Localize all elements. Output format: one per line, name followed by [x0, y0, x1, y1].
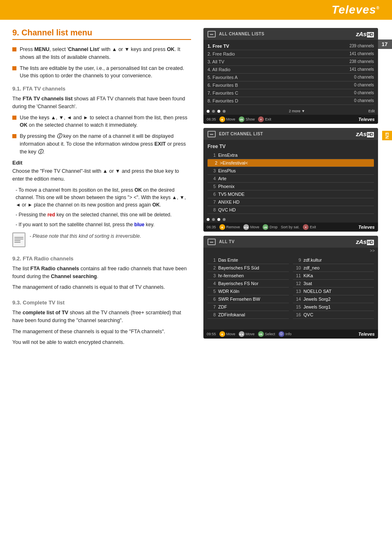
- panel1-dots-row: [207, 110, 226, 113]
- panel1-footer: 06:35 ⊕ Move ok Show × Exit Televes: [203, 115, 378, 124]
- panel1-show-btn: ok Show: [239, 116, 255, 122]
- panel1-header: ▬ ALL CHANNEL LISTS zAsHD: [203, 28, 378, 40]
- p3-r16: 16QVC: [293, 311, 374, 319]
- panel1-exit-label: Exit: [265, 117, 271, 121]
- p3-r13: 13NOELLO SAT: [293, 288, 374, 295]
- panel2-drop-label: Drop: [270, 225, 278, 229]
- panel3-info-btn: ⓘ Info: [279, 331, 292, 337]
- sub91-body: The FTA TV channels list shows all FTA T…: [12, 95, 191, 111]
- panel2-exit-btn: × Exit: [303, 224, 316, 230]
- bullet-icon-4: [12, 134, 16, 138]
- panel3-info-label: Info: [286, 332, 292, 336]
- note-text: - Please note that this kind of sorting …: [30, 232, 141, 240]
- p3-r4: 4Bayerisches FS Nor: [208, 280, 289, 288]
- panel1-row-1: 1. Free TV 239 channels: [208, 42, 374, 50]
- panel3-body: 1Das Erste 2Bayerisches FS Süd 3hr-ferns…: [203, 254, 378, 321]
- panel2-exit-icon: ×: [303, 224, 309, 230]
- dot-3: [217, 110, 220, 113]
- panel2-row-6: 6TV5 MONDE: [208, 190, 374, 198]
- panel3-tv-icon: ▬: [208, 239, 216, 245]
- panel3-info-icon: ⓘ: [279, 331, 284, 337]
- panel3-header: ▬ ALL TV zAsHD: [203, 236, 378, 248]
- panel2-drop-btn: ok Drop: [263, 224, 278, 230]
- p3-r1: 1Das Erste: [208, 256, 289, 264]
- panel1-move-icon: ⊕: [219, 116, 225, 122]
- panel2-move2-label: Move: [250, 225, 259, 229]
- panel2-remove-label: Remove: [226, 225, 240, 229]
- panel1-header-title: ALL CHANNEL LISTS: [219, 32, 353, 36]
- panel2-header: ▬ EDIT CHANNEL LIST zAsHD: [203, 128, 378, 140]
- panel1-edit-label: Edit: [368, 109, 375, 113]
- panel2-televes: Televes: [358, 225, 375, 230]
- panel2-exit-label: Exit: [310, 225, 316, 229]
- panel3-arrows: >>: [203, 248, 378, 254]
- bullet-text-pressing-key: By pressing the ⓘ key on the name of a c…: [20, 132, 191, 155]
- panel2-dots-row: [207, 218, 226, 221]
- panel1-show-label: Show: [246, 117, 255, 121]
- bullet-item-menu: Press MENU, select 'Channel List' with ▲…: [12, 46, 191, 61]
- p3-r10: 10zdf_neo: [293, 264, 374, 272]
- panel1-row-5: 5. Favourites A 0 channels: [208, 74, 374, 81]
- panel1-move-btn: ⊕ Move: [219, 116, 235, 122]
- panel2-row-7: 7ANIXE HD: [208, 198, 374, 206]
- panel2-sort-label: Sort by sat.: [281, 225, 300, 229]
- panel2-sort-btn: Sort by sat.: [281, 225, 300, 229]
- panel3-spacer: [203, 321, 378, 330]
- panel-all-channel-lists: ▬ ALL CHANNEL LISTS zAsHD 1. Free TV 239…: [203, 28, 378, 124]
- panel3-move2-icon: ◄►: [239, 331, 244, 337]
- p2-dot-4: [223, 218, 226, 221]
- bullet-use-keys: Use the keys ▲, ▼, ◄ and ► to select a c…: [12, 114, 191, 130]
- panel3-col2: 9zdf.kultur 10zdf_neo 11KiKa 123sat 13NO…: [293, 256, 374, 319]
- p3-r11: 11KiKa: [293, 272, 374, 280]
- panel3-footer: 09:55 ⊕ Move ◄► Move ok Select ⓘ: [203, 330, 378, 339]
- dot-1: [207, 110, 210, 113]
- panel2-dots: [203, 216, 378, 223]
- note-box: - Please note that this kind of sorting …: [12, 232, 191, 247]
- right-column: ▬ ALL CHANNEL LISTS zAsHD 1. Free TV 239…: [201, 20, 382, 358]
- panel1-move-label: Move: [226, 117, 235, 121]
- panel1-body: 1. Free TV 239 channels 2. Free Radio 14…: [203, 40, 378, 107]
- p3-r12: 123sat: [293, 280, 374, 288]
- p2-dot-3: [217, 218, 220, 221]
- panel1-televes: Televes: [358, 117, 375, 122]
- bullet-item-editable: The lists are editable by the user, i.e.…: [12, 65, 191, 80]
- bullet-text-use-keys: Use the keys ▲, ▼, ◄ and ► to select a c…: [20, 114, 191, 130]
- panel1-row-7: 7. Favourites C 0 channels: [208, 89, 374, 97]
- bullet-icon: [12, 47, 16, 51]
- panel2-move2-btn: ◄► Move: [243, 224, 259, 230]
- panel2-row-2-highlighted: 2>Einsfestival<: [208, 159, 374, 167]
- edit-item-3: - If you want to sort the satellite chan…: [12, 221, 191, 228]
- p2-dot-2: [212, 218, 215, 221]
- sub93-body3: You will not be able to watch encrypted …: [12, 339, 191, 346]
- panel3-televes: Televes: [358, 332, 375, 337]
- bullet-icon-2: [12, 66, 16, 70]
- panel1-more-label: 2 more ▼: [289, 109, 305, 113]
- p3-r8: 8ZDFinfokanal: [208, 311, 289, 319]
- edit-item-1: - To move a channel from its position on…: [12, 186, 191, 209]
- p3-r9: 9zdf.kultur: [293, 256, 374, 264]
- panel1-row-6: 6. Favourites B 0 channels: [208, 81, 374, 89]
- sub92-body1: The list FTA Radio channels contains all…: [12, 265, 191, 281]
- panel3-zas-logo: zAsHD: [356, 238, 374, 245]
- panel1-time: 06:35: [207, 117, 216, 121]
- panel3-two-col: 1Das Erste 2Bayerisches FS Süd 3hr-ferns…: [208, 256, 374, 319]
- panel1-ok-icon: ok: [239, 116, 244, 122]
- panel2-time: 06:35: [207, 225, 216, 229]
- panel3-move2-btn: ◄► Move: [239, 331, 255, 337]
- panel3-move-icon: ⊕: [219, 331, 225, 337]
- panel2-row-4: 4Arte: [208, 175, 374, 183]
- panel3-select-btn: ok Select: [258, 331, 275, 337]
- note-paper-icon: [12, 232, 25, 247]
- panel2-footer: 06:35 ⊕ Remove ◄► Move ok Drop Sort by: [203, 223, 378, 232]
- panel3-move2-label: Move: [246, 332, 255, 336]
- p3-r7: 7ZDF: [208, 303, 289, 311]
- panel2-row-1: 1EinsExtra: [208, 151, 374, 159]
- p3-r5: 5WDR Köln: [208, 288, 289, 295]
- panel1-dots: 2 more ▼ Edit: [203, 107, 378, 115]
- panel2-move-btn: ⊕ Remove: [219, 224, 240, 230]
- header: Televes®: [0, 0, 392, 20]
- panel2-move2-icon: ◄►: [243, 224, 249, 230]
- panel2-zas-logo: zAsHD: [356, 130, 374, 137]
- panel1-exit-btn: × Exit: [258, 116, 271, 122]
- sub93-body1: The complete list of TV shows all the TV…: [12, 309, 191, 325]
